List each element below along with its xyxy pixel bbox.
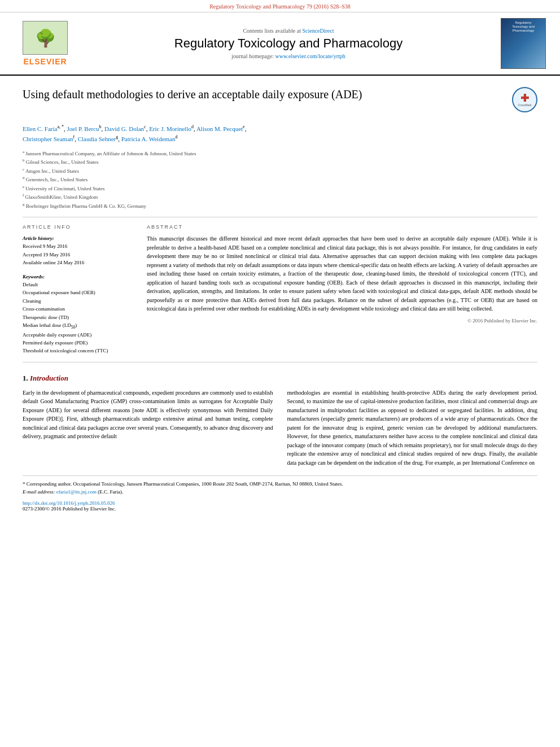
crossmark-circle: ✚ CrossMark xyxy=(512,87,537,112)
author-4[interactable]: Eric J. Morinello xyxy=(149,125,191,132)
divider-2 xyxy=(23,362,537,362)
author-6[interactable]: Christopher Seaman xyxy=(23,136,73,142)
article-info-label: ARTICLE INFO xyxy=(23,224,135,230)
author-2[interactable]: Joel P. Bercu xyxy=(67,125,99,132)
elsevier-logo: 🌳 ELSEVIER xyxy=(11,21,79,66)
elsevier-brand-text: ELSEVIER xyxy=(23,57,67,66)
doi-block: http://dx.doi.org/10.1016/j.yrtph.2016.0… xyxy=(23,500,537,512)
homepage-line: journal homepage: www.elsevier.com/locat… xyxy=(79,53,498,59)
elsevier-logo-container: 🌳 ELSEVIER xyxy=(11,21,79,66)
corresponding-text: * Corresponding author. Occupational Tox… xyxy=(23,481,343,487)
affiliation-d-text: Genentech, Inc., United States xyxy=(26,177,88,182)
keyword-6: Median lethal dose (LD50) xyxy=(23,321,135,331)
crossmark-label: CrossMark xyxy=(518,103,531,107)
affiliation-c-text: Amgen Inc., United States xyxy=(25,168,79,174)
keywords-label: Keywords: xyxy=(23,273,135,281)
introduction-columns: Early in the development of pharmaceutic… xyxy=(23,388,537,468)
section-number: 1. xyxy=(23,374,28,382)
keyword-3: Cleaning xyxy=(23,297,135,305)
email-link[interactable]: efaria1@its.jnj.com xyxy=(56,489,97,495)
affiliation-f: f GlaxoSmithKline, United Kingdom xyxy=(23,193,537,202)
keyword-5: Therapeutic dose (TD) xyxy=(23,313,135,321)
affiliation-e: e University of Cincinnati, United State… xyxy=(23,184,537,193)
journal-citation-bar: Regulatory Toxicology and Pharmacology 7… xyxy=(0,0,560,12)
journal-cover-image: Regulatory Toxicology and Pharmacology xyxy=(501,18,546,69)
affiliation-b: b Gilead Sciences, Inc., United States xyxy=(23,158,537,167)
intro-left-col: Early in the development of pharmaceutic… xyxy=(23,388,273,468)
copyright-line: © 2016 Published by Elsevier Inc. xyxy=(147,318,537,324)
elsevier-tree-icon: 🌳 xyxy=(23,21,68,55)
journal-title-block: Contents lists available at ScienceDirec… xyxy=(79,28,498,59)
affiliation-d: d Genentech, Inc., United States xyxy=(23,175,537,184)
affiliation-e-text: University of Cincinnati, United States xyxy=(25,186,104,191)
info-abstract-columns: ARTICLE INFO Article history: Received 9… xyxy=(23,224,537,355)
journal-citation-text: Regulatory Toxicology and Pharmacology 7… xyxy=(209,3,351,10)
affiliation-g: g Boehringer Ingelheim Pharma GmbH & Co.… xyxy=(23,202,537,211)
keyword-4: Cross-contamination xyxy=(23,305,135,313)
affiliations-block: a Janssen Pharmaceutical Company, an Aff… xyxy=(23,149,537,211)
science-direct-line: Contents lists available at ScienceDirec… xyxy=(79,28,498,34)
email-footnote: E-mail address: efaria1@its.jnj.com (E.C… xyxy=(23,488,537,496)
section-title-word: Introduction xyxy=(30,374,68,382)
crossmark-badge[interactable]: ✚ CrossMark xyxy=(512,87,537,112)
author-8[interactable]: Patricia A. Weideman xyxy=(121,136,176,142)
affiliation-g-text: Boehringer Ingelheim Pharma GmbH & Co. K… xyxy=(26,203,146,209)
corresponding-footnote: * Corresponding author. Occupational Tox… xyxy=(23,480,537,488)
author-7[interactable]: Claudia Sehner xyxy=(78,136,116,142)
author-3[interactable]: David G. Dolan xyxy=(104,125,144,132)
affiliation-b-text: Gilead Sciences, Inc., United States xyxy=(26,159,99,165)
keyword-8: Permitted daily exposure (PDE) xyxy=(23,339,135,347)
abstract-column: ABSTRACT This manuscript discusses the d… xyxy=(147,224,537,355)
issn-text: 0273-2300/© 2016 Published by Elsevier I… xyxy=(23,506,116,512)
available-date: Available online 24 May 2016 xyxy=(23,259,135,267)
keyword-2: Occupational exposure band (OEB) xyxy=(23,289,135,296)
keyword-7: Acceptable daily exposure (ADE) xyxy=(23,331,135,339)
keyword-9: Threshold of toxicological concern (TTC) xyxy=(23,347,135,355)
keywords-block: Keywords: Default Occupational exposure … xyxy=(23,273,135,355)
affiliation-c: c Amgen Inc., United States xyxy=(23,167,537,176)
intro-right-col: methodologies are essential in establish… xyxy=(287,388,538,468)
history-label: Article history: xyxy=(23,234,135,242)
authors-line: Ellen C. Fariaa, *, Joel P. Bercub, Davi… xyxy=(23,124,537,145)
abstract-label: ABSTRACT xyxy=(147,224,537,230)
article-content: Using default methodologies to derive an… xyxy=(0,76,560,523)
science-direct-link[interactable]: ScienceDirect xyxy=(302,28,334,34)
article-title-section: Using default methodologies to derive an… xyxy=(23,87,537,117)
homepage-label: journal homepage: xyxy=(231,53,274,59)
email-name: (E.C. Faria). xyxy=(98,489,123,495)
journal-header: 🌳 ELSEVIER Contents lists available at S… xyxy=(0,12,560,76)
doi-link[interactable]: http://dx.doi.org/10.1016/j.yrtph.2016.0… xyxy=(23,500,115,506)
homepage-url[interactable]: www.elsevier.com/locate/yrtph xyxy=(275,53,345,59)
introduction-section: 1. Introduction Early in the development… xyxy=(23,374,537,468)
affiliation-a: a Janssen Pharmaceutical Company, an Aff… xyxy=(23,149,537,158)
keyword-1: Default xyxy=(23,281,135,289)
received-date: Received 9 May 2016 xyxy=(23,242,135,250)
abstract-text: This manuscript discusses the different … xyxy=(147,234,537,313)
affiliation-a-text: Janssen Pharmaceutical Company, an Affil… xyxy=(25,151,196,156)
email-label: E-mail address: xyxy=(23,489,55,495)
author-5[interactable]: Alison M. Pecquet xyxy=(196,125,243,132)
journal-cover-container: Regulatory Toxicology and Pharmacology xyxy=(498,18,549,69)
cover-title-text: Regulatory Toxicology and Pharmacology xyxy=(512,21,535,33)
divider-1 xyxy=(23,217,537,217)
crossmark-cross-icon: ✚ xyxy=(520,93,529,103)
journal-title: Regulatory Toxicology and Pharmacology xyxy=(79,36,498,51)
accepted-date: Accepted 19 May 2016 xyxy=(23,251,135,259)
affiliation-f-text: GlaxoSmithKline, United Kingdom xyxy=(25,194,98,200)
article-info-column: ARTICLE INFO Article history: Received 9… xyxy=(23,224,135,355)
article-history-block: Article history: Received 9 May 2016 Acc… xyxy=(23,234,135,267)
footnotes-block: * Corresponding author. Occupational Tox… xyxy=(23,475,537,496)
contents-text: Contents lists available at xyxy=(243,28,300,34)
author-1[interactable]: Ellen C. Faria xyxy=(23,125,57,132)
article-title: Using default methodologies to derive an… xyxy=(23,87,504,102)
section-title: 1. Introduction xyxy=(23,374,537,383)
